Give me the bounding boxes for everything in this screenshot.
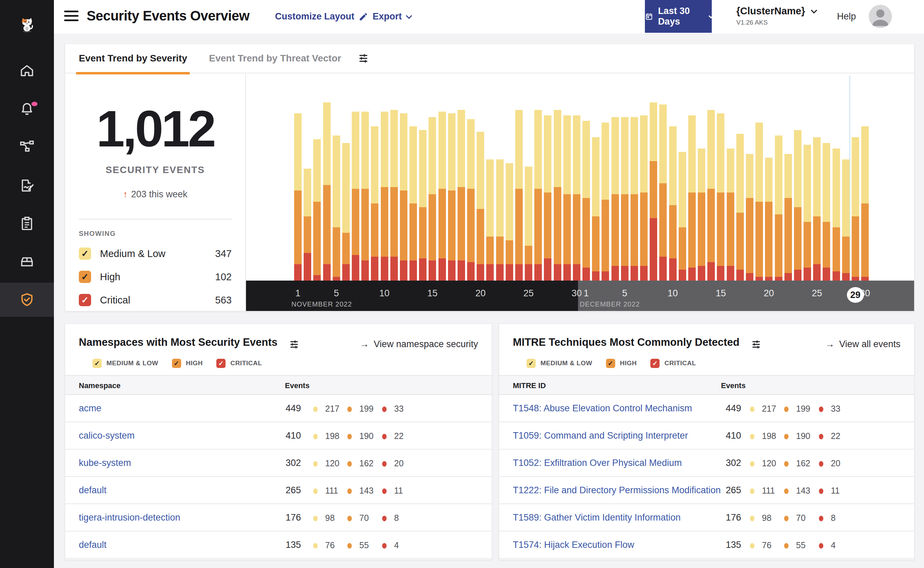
checkbox-checked-icon[interactable]: ✓ — [79, 248, 91, 260]
filter-sliders-icon[interactable] — [289, 339, 300, 350]
row-total-events: 176 — [726, 512, 741, 523]
row-name-link[interactable]: calico-system — [79, 431, 135, 441]
row-name-link[interactable]: T1548: Abuse Elevation Control Mechanism — [513, 403, 692, 414]
x-tick-nov-15: 15 — [427, 288, 437, 299]
severity-count-high: 143 — [359, 486, 374, 495]
row-name-link[interactable]: tigera-intrusion-detection — [79, 512, 180, 523]
sidebar-item-service-graph[interactable] — [0, 130, 54, 164]
checkbox-checked-icon[interactable]: ✓ — [79, 271, 91, 283]
segment-high — [640, 192, 648, 266]
severity-toggle-high[interactable]: ✓High102 — [79, 270, 232, 284]
segment-critical — [679, 270, 686, 281]
row-name-link[interactable]: T1052: Exfiltration Over Physical Medium — [513, 458, 682, 468]
segment-critical — [765, 277, 772, 281]
customize-layout-button[interactable]: Customize Layout — [275, 11, 368, 22]
row-name-link[interactable]: default — [79, 540, 107, 550]
segment-medium-low — [506, 163, 513, 240]
severity-dot-high — [784, 461, 788, 467]
segment-critical — [477, 264, 484, 281]
view-namespace-security-link[interactable]: → View namespace security — [360, 339, 478, 349]
selected-day-marker[interactable]: 29 — [847, 287, 864, 303]
sidebar-item-compliance[interactable] — [0, 207, 54, 241]
segment-medium-low — [650, 103, 657, 161]
divider — [79, 219, 232, 219]
segment-critical — [419, 258, 427, 281]
bar-nov-18 — [458, 110, 465, 281]
date-range-label: Last 30 Days — [658, 6, 704, 27]
row-name-link[interactable]: T1222: File and Directory Permissions Mo… — [513, 485, 721, 495]
row-name-link[interactable]: acme — [79, 403, 101, 414]
menu-toggle-icon[interactable] — [64, 11, 78, 23]
bar-dec-19 — [755, 122, 763, 281]
help-link[interactable]: Help — [837, 11, 856, 22]
severity-count: 102 — [215, 271, 232, 282]
row-name-link[interactable]: kube-system — [79, 458, 131, 468]
bar-dec-7 — [640, 115, 648, 281]
segment-critical — [707, 262, 715, 281]
row-name-link[interactable]: T1059: Command and Scripting Interpreter — [513, 431, 688, 441]
table-header: Namespace Events — [65, 375, 492, 395]
severity-filter-label: MEDIUM & LOW — [541, 360, 592, 367]
segment-medium-low — [361, 112, 369, 189]
sidebar-item-workloads[interactable] — [0, 245, 54, 278]
segment-critical — [371, 257, 378, 281]
up-arrow-icon: ↑ — [123, 189, 128, 199]
severity-toggle-medium-low[interactable]: ✓Medium & Low347 — [79, 246, 232, 261]
segment-high — [333, 227, 340, 277]
tab-event-trend-by-severity[interactable]: Event Trend by Severity — [79, 44, 187, 73]
severity-trend-chart: 151015202530151015202530NOVEMBER 2022DEC… — [246, 44, 914, 311]
segment-critical — [515, 264, 523, 281]
severity-count-medium_low: 98 — [325, 513, 335, 523]
severity-filter-critical[interactable]: ✓CRITICAL — [650, 359, 696, 368]
cluster-selector[interactable]: {ClusterName} V1.26 AKS — [736, 6, 815, 26]
severity-count-high: 199 — [359, 404, 374, 414]
severity-filter-medium-low[interactable]: ✓MEDIUM & LOW — [92, 359, 158, 368]
segment-critical — [554, 264, 561, 281]
segment-critical — [294, 264, 301, 281]
export-label: Export — [372, 11, 402, 22]
segment-high — [612, 194, 619, 266]
row-name-link[interactable]: T1589: Gather Victim Identity Informatio… — [513, 512, 681, 523]
severity-toggle-critical[interactable]: ✓Critical563 — [79, 293, 232, 307]
date-range-button[interactable]: Last 30 Days — [645, 0, 712, 33]
month-label: NOVEMBER 2022 — [291, 301, 352, 308]
severity-filter-critical[interactable]: ✓CRITICAL — [216, 359, 262, 368]
user-avatar[interactable] — [869, 5, 892, 28]
segment-medium-low — [688, 115, 696, 192]
checkbox-checked-icon[interactable]: ✓ — [79, 294, 91, 306]
severity-filter-high[interactable]: ✓HIGH — [606, 359, 637, 368]
sidebar-item-threat-defense[interactable] — [0, 282, 54, 317]
severity-dot-medium_low — [750, 434, 754, 439]
severity-filter-high[interactable]: ✓HIGH — [172, 359, 203, 368]
row-total-events: 449 — [726, 403, 741, 414]
row-name-link[interactable]: T1574: Hijack Execution Flow — [513, 540, 634, 550]
sidebar-item-policies[interactable] — [0, 169, 54, 203]
severity-filter-label: MEDIUM & LOW — [107, 360, 158, 367]
severity-count-high: 143 — [796, 486, 810, 495]
bar-nov-24 — [515, 110, 523, 281]
checkbox-checked-icon: ✓ — [216, 359, 226, 368]
segment-medium-low — [448, 113, 455, 190]
filter-sliders-icon[interactable] — [751, 339, 761, 350]
severity-filter-chips: ✓MEDIUM & LOW✓HIGH✓CRITICAL — [92, 359, 478, 368]
segment-high — [813, 216, 821, 264]
segment-high — [582, 198, 590, 267]
x-tick-dec-25: 25 — [812, 288, 822, 299]
segment-high — [784, 198, 792, 273]
export-button[interactable]: Export — [372, 11, 410, 22]
segment-high — [592, 216, 600, 271]
x-tick-dec-15: 15 — [716, 288, 726, 299]
segment-medium-low — [784, 154, 792, 198]
segment-high — [506, 240, 513, 264]
severity-filter-medium-low[interactable]: ✓MEDIUM & LOW — [526, 359, 592, 368]
sidebar-item-alerts[interactable] — [0, 92, 54, 125]
calico-cat-logo[interactable] — [0, 6, 54, 44]
view-all-events-link[interactable]: → View all events — [825, 339, 900, 349]
x-tick-dec-1: 1 — [584, 288, 589, 299]
mitre-panel-title: MITRE Techniques Most Commonly Detected — [513, 336, 739, 349]
segment-critical — [861, 277, 869, 281]
cluster-name: {ClusterName} — [736, 6, 805, 17]
row-name-link[interactable]: default — [79, 485, 107, 495]
sidebar-item-home[interactable] — [0, 54, 54, 88]
right-arrow-icon: → — [825, 339, 834, 349]
